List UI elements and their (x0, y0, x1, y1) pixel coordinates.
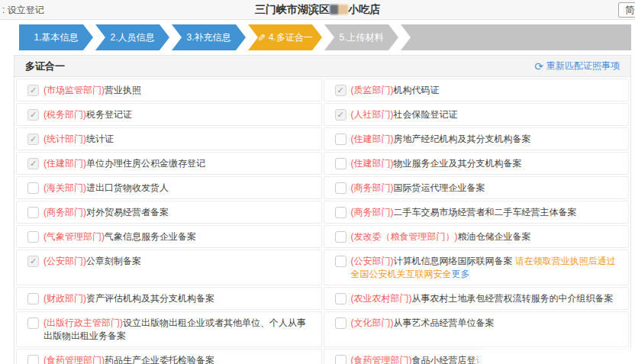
checkbox-unchecked[interactable] (335, 317, 347, 329)
step-label: 4.多证合一 (269, 31, 313, 44)
step-2[interactable]: 2.人员信息 (95, 24, 169, 50)
item-department: (商务部门) (351, 182, 394, 193)
checkbox-checked[interactable]: ✓ (27, 85, 39, 96)
items-grid: ✓(市场监管部门)营业执照✓(质监部门)机构代码证✓(税务部门)税务登记证✓(人… (15, 77, 630, 364)
checkbox-unchecked[interactable] (27, 355, 39, 364)
checkbox-unchecked[interactable] (27, 317, 39, 329)
step-5[interactable]: 5.上传材料 (324, 24, 398, 50)
checkbox-checked[interactable]: ✓ (335, 85, 347, 96)
checkbox-unchecked[interactable] (335, 158, 347, 169)
checkbox-unchecked[interactable] (27, 231, 39, 243)
list-item: (商务部门)国际货运代理企业备案 (324, 176, 630, 199)
step-3[interactable]: 3.补充信息 (172, 24, 246, 50)
checkbox-unchecked[interactable] (335, 231, 347, 243)
rematch-link[interactable]: ⟳ 重新匹配证照事项 (534, 60, 620, 72)
item-name: 气象信息服务企业备案 (105, 231, 196, 242)
item-department: (质监部门) (351, 85, 394, 95)
item-name: 营业执照 (105, 85, 141, 95)
checkbox-unchecked[interactable] (27, 207, 39, 218)
item-name: 粮油仓储企业备案 (458, 231, 531, 242)
more-link[interactable]: 更多 (452, 269, 470, 279)
item-name: 二手车交易市场经营者和二手车经营主体备案 (394, 207, 577, 217)
checkbox-unchecked[interactable] (335, 182, 347, 194)
checkbox-checked[interactable]: ✓ (27, 134, 39, 145)
item-department: (海关部门) (44, 182, 86, 193)
checkbox-unchecked[interactable] (335, 134, 347, 145)
item-name: 药品生产企业委托检验备案 (105, 355, 214, 364)
item-label: (住建部门)房地产经纪机构及其分支机构备案 (351, 133, 531, 146)
step-label: 5.上传材料 (339, 31, 383, 44)
list-item: ✓(税务部门)税务登记证 (16, 103, 322, 126)
item-name: 机构代码证 (394, 85, 440, 95)
top-bar: : 设立登记 三门峡市湖滨区小吃店 简体 (0, 0, 635, 20)
item-label: (商务部门)国际货运代理企业备案 (351, 182, 485, 195)
step-label: 3.补充信息 (186, 31, 230, 44)
item-department: (住建部门) (351, 134, 394, 144)
item-department: (商务部门) (44, 207, 86, 217)
item-label: (质监部门)机构代码证 (351, 84, 440, 97)
item-label: (市场监管部门)营业执照 (44, 84, 141, 97)
item-department: (农业农村部门) (351, 293, 412, 304)
checkbox-checked[interactable]: ✓ (335, 109, 347, 121)
item-label: (公安部门)公章刻制备案 (44, 255, 141, 268)
checkbox-checked[interactable]: ✓ (27, 158, 39, 169)
step-bar-filler (401, 24, 631, 50)
item-department: (食药管理部门) (44, 355, 105, 364)
list-item: (商务部门)对外贸易经营者备案 (16, 201, 322, 224)
item-department: (商务部门) (351, 207, 394, 217)
item-label: (统计部门)统计证 (44, 133, 114, 146)
list-item: ✓(市场监管部门)营业执照 (16, 79, 322, 101)
checkbox-unchecked[interactable] (335, 355, 347, 364)
item-department: (出版行政主管部门) (44, 317, 123, 328)
item-name: 公章刻制备案 (86, 256, 141, 266)
step-1[interactable]: 1.基本信息 (19, 24, 93, 50)
item-department: (食药管理部门) (351, 355, 412, 364)
item-label: (发改委（粮食管理部门）)粮油仓储企业备案 (351, 230, 531, 243)
checkbox-unchecked[interactable] (27, 182, 39, 194)
item-label: (气象管理部门)气象信息服务企业备案 (44, 230, 196, 243)
item-label: (商务部门)对外贸易经营者备案 (44, 206, 169, 219)
item-label: (住建部门)物业服务企业及其分支机构备案 (351, 157, 522, 170)
item-name: 国际货运代理企业备案 (394, 182, 485, 193)
item-label: (住建部门)单位办理住房公积金缴存登记 (44, 157, 205, 170)
list-item: ✓(公安部门)公章刻制备案 (16, 250, 322, 285)
item-department: (气象管理部门) (44, 231, 105, 242)
checkbox-unchecked[interactable] (335, 207, 347, 218)
item-label: (人社部门)社会保险登记证 (351, 108, 458, 121)
list-item: (住建部门)房地产经纪机构及其分支机构备案 (324, 127, 630, 150)
checkbox-checked[interactable]: ✓ (27, 256, 39, 267)
list-item: (文化部门)从事艺术品经营单位备案 (324, 311, 630, 347)
refresh-icon: ⟳ (534, 61, 543, 72)
item-name: 物业服务企业及其分支机构备案 (394, 158, 522, 169)
item-label: (食药管理部门)药品生产企业委托检验备案 (44, 354, 214, 364)
item-department: (住建部门) (351, 158, 394, 169)
list-item: (气象管理部门)气象信息服务企业备案 (16, 225, 322, 248)
list-item: (食药管理部门)药品生产企业委托检验备案 (16, 349, 322, 364)
item-name: 房地产经纪机构及其分支机构备案 (394, 134, 531, 144)
list-item: (发改委（粮食管理部门）)粮油仓储企业备案 (324, 225, 630, 248)
title-redaction (330, 5, 348, 14)
item-label: (财政部门)资产评估机构及其分支机构备案 (44, 292, 214, 305)
checkbox-unchecked[interactable] (335, 256, 347, 267)
item-name: 对外贸易经营者备案 (86, 207, 169, 217)
list-item: (商务部门)二手车交易市场经营者和二手车经营主体备案 (324, 201, 630, 224)
item-name: 统计证 (86, 134, 114, 144)
redaction-overlay (481, 353, 635, 364)
item-department: (文化部门) (351, 317, 394, 328)
checkbox-checked[interactable]: ✓ (27, 109, 39, 121)
list-item: (出版行政主管部门)设立出版物出租企业或者其他单位、个人从事出版物出租业务备案 (16, 311, 322, 347)
item-name: 资产评估机构及其分支机构备案 (86, 293, 214, 304)
item-label: (公安部门)计算机信息网络国际联网备案 请在领取营业执照后通过全国公安机关互联网… (351, 255, 623, 281)
language-button[interactable]: 简体 (618, 2, 635, 18)
item-name: 社会保险登记证 (394, 109, 458, 120)
step-4[interactable]: ✎4.多证合一 (248, 24, 322, 50)
item-department: (公安部门) (351, 256, 394, 266)
checkbox-unchecked[interactable] (27, 293, 39, 304)
checkbox-unchecked[interactable] (335, 293, 347, 304)
multi-cert-panel: 多证合一 ⟳ 重新匹配证照事项 ✓(市场监管部门)营业执照✓(质监部门)机构代码… (14, 55, 631, 364)
page-title: 三门峡市湖滨区小吃店 (0, 3, 635, 17)
item-label: (税务部门)税务登记证 (44, 108, 132, 121)
item-department: (公安部门) (44, 256, 86, 266)
page-title-suffix: 小吃店 (348, 3, 380, 15)
item-department: (税务部门) (44, 109, 86, 120)
